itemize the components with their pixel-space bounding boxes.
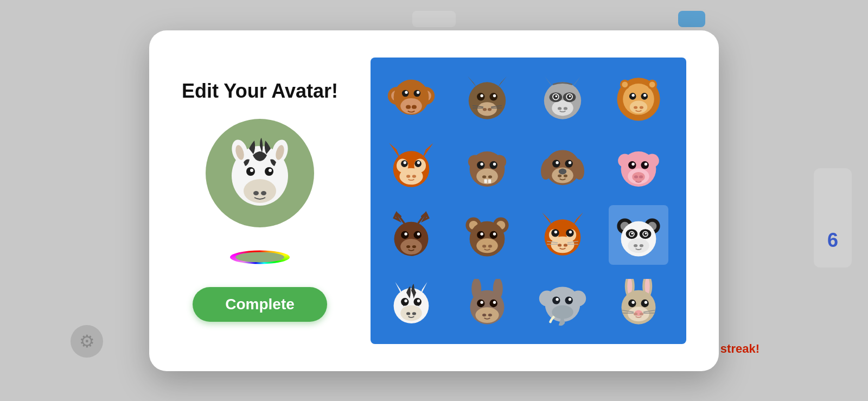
svg-point-84 <box>493 162 495 165</box>
svg-point-177 <box>475 307 499 323</box>
svg-point-107 <box>631 162 634 165</box>
svg-point-118 <box>406 245 410 247</box>
svg-point-8 <box>250 169 253 172</box>
animal-zebra[interactable] <box>381 273 441 333</box>
svg-point-63 <box>622 81 628 87</box>
svg-point-17 <box>400 98 422 114</box>
animal-grid <box>371 58 686 344</box>
svg-point-83 <box>480 162 483 165</box>
svg-point-33 <box>487 108 491 111</box>
svg-point-57 <box>631 93 634 96</box>
svg-point-181 <box>493 301 495 303</box>
svg-point-74 <box>417 161 420 164</box>
svg-point-9 <box>269 169 272 172</box>
svg-point-119 <box>412 245 416 247</box>
svg-point-50 <box>558 107 561 110</box>
svg-point-162 <box>634 244 637 247</box>
svg-point-73 <box>404 161 406 164</box>
svg-point-200 <box>631 301 634 303</box>
svg-point-167 <box>400 305 422 321</box>
svg-point-113 <box>400 239 422 254</box>
avatar-preview <box>206 119 314 227</box>
edit-avatar-modal: Edit Your Avatar! <box>149 30 719 371</box>
svg-point-187 <box>552 305 573 319</box>
gear-icon: ⚙ <box>71 325 103 358</box>
svg-point-11 <box>261 191 266 195</box>
svg-point-51 <box>564 107 567 110</box>
animal-fox[interactable] <box>381 137 441 196</box>
svg-point-140 <box>554 230 557 233</box>
svg-point-128 <box>480 232 483 235</box>
svg-point-201 <box>644 301 647 303</box>
svg-point-58 <box>643 93 646 96</box>
svg-point-48 <box>556 95 558 97</box>
svg-point-182 <box>482 313 486 316</box>
svg-point-99 <box>558 174 561 177</box>
color-picker[interactable] <box>230 244 290 271</box>
svg-point-141 <box>569 230 572 233</box>
bg-right-button-lower: 6 <box>814 213 852 268</box>
svg-point-59 <box>634 106 637 109</box>
svg-point-143 <box>564 244 567 246</box>
color-oval-outer <box>230 250 290 264</box>
modal-title: Edit Your Avatar! <box>182 80 338 103</box>
svg-point-142 <box>558 244 561 246</box>
svg-point-85 <box>482 175 486 178</box>
svg-point-131 <box>488 245 492 247</box>
svg-point-190 <box>556 298 558 301</box>
animal-cat-brown[interactable] <box>457 68 517 128</box>
svg-point-111 <box>639 175 642 178</box>
animal-donkey[interactable] <box>457 273 517 333</box>
number-icon: 6 <box>827 229 838 252</box>
svg-point-153 <box>628 238 649 253</box>
svg-point-23 <box>412 105 417 109</box>
animal-elephant[interactable] <box>533 273 592 333</box>
svg-point-191 <box>569 298 571 301</box>
svg-point-204 <box>639 313 643 315</box>
svg-point-125 <box>476 238 498 253</box>
svg-point-21 <box>417 91 419 93</box>
animal-red-fox[interactable] <box>533 205 592 265</box>
svg-point-98 <box>559 168 566 174</box>
complete-button[interactable]: Complete <box>193 287 327 322</box>
svg-point-22 <box>406 105 411 109</box>
svg-point-75 <box>406 175 410 177</box>
animal-pig[interactable] <box>609 137 668 196</box>
svg-point-171 <box>417 299 420 302</box>
svg-point-30 <box>480 94 483 97</box>
animal-bear[interactable] <box>457 205 517 265</box>
animal-moose[interactable] <box>381 205 441 265</box>
zebra-svg <box>219 132 301 214</box>
svg-point-27 <box>477 102 497 116</box>
svg-point-41 <box>552 100 573 116</box>
svg-point-180 <box>480 301 483 303</box>
svg-point-173 <box>412 312 416 315</box>
svg-point-20 <box>405 91 407 93</box>
animal-rabbit[interactable] <box>609 273 668 333</box>
svg-point-108 <box>644 162 647 165</box>
svg-point-130 <box>482 245 486 247</box>
animal-beaver[interactable] <box>457 137 517 196</box>
svg-point-116 <box>404 232 407 235</box>
svg-rect-87 <box>484 179 487 183</box>
animal-lion[interactable] <box>609 68 668 128</box>
animal-raccoon[interactable] <box>533 68 592 128</box>
svg-point-49 <box>569 95 571 97</box>
svg-point-203 <box>634 313 637 315</box>
animal-panda[interactable] <box>609 205 668 265</box>
svg-point-86 <box>488 175 492 178</box>
svg-point-97 <box>569 161 571 164</box>
svg-point-60 <box>639 106 643 109</box>
svg-point-160 <box>631 232 633 234</box>
svg-rect-88 <box>488 179 490 183</box>
bg-top-button <box>412 11 456 27</box>
animal-dog[interactable] <box>533 137 592 196</box>
svg-point-163 <box>639 244 643 247</box>
color-oval-inner <box>235 252 284 262</box>
svg-point-170 <box>404 299 407 302</box>
svg-point-129 <box>493 232 495 235</box>
svg-point-117 <box>417 232 420 235</box>
svg-point-161 <box>644 232 647 234</box>
svg-point-172 <box>406 312 410 315</box>
animal-monkey[interactable] <box>381 68 441 128</box>
